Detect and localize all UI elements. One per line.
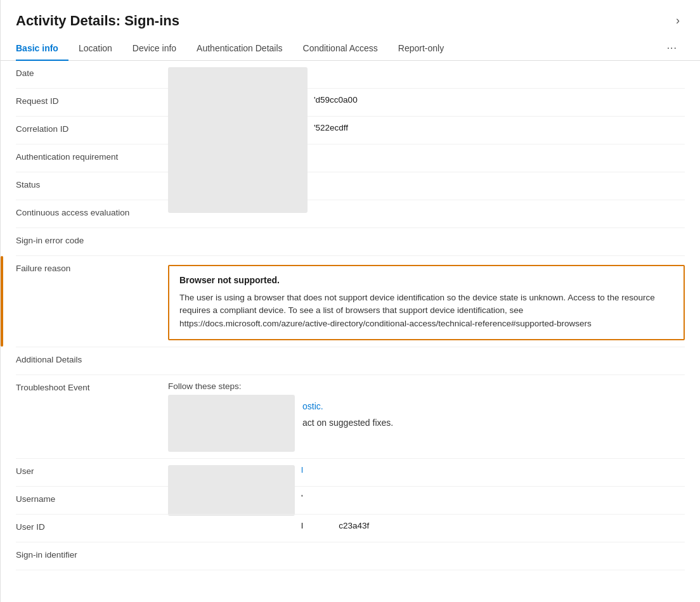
field-auth-req: Authentication requirement — [16, 144, 685, 172]
label-signin-error: Sign-in error code — [16, 234, 168, 245]
panel-header: Activity Details: Sign-ins › — [1, 0, 700, 30]
user-id-suffix: c23a43f — [339, 521, 369, 530]
content-area: Date Request ID 'd59cc0a00 Correlation I… — [1, 61, 700, 586]
label-additional-details: Additional Details — [16, 354, 168, 364]
label-username: Username — [16, 493, 168, 504]
username-text: ' — [301, 493, 303, 503]
field-correlation-id: Correlation ID '522ecdff — [16, 117, 685, 144]
troubleshoot-block: Follow these steps: ostic. act on sugges… — [168, 381, 685, 452]
failure-reason-box: Browser not supported. The user is using… — [168, 265, 685, 340]
activity-details-panel: Activity Details: Sign-ins › Basic info … — [0, 0, 700, 602]
label-user: User — [16, 465, 168, 476]
field-cae: Continuous access evaluation — [16, 200, 685, 228]
tab-basic-info[interactable]: Basic info — [16, 37, 68, 61]
field-signin-error: Sign-in error code — [16, 228, 685, 256]
accent-bar — [1, 256, 3, 347]
troubleshoot-inner: ostic. act on suggested fixes. — [168, 395, 685, 452]
label-correlation-id: Correlation ID — [16, 123, 168, 134]
tab-location[interactable]: Location — [68, 37, 122, 61]
correlation-id-text: '522ecdff — [314, 123, 348, 132]
follow-steps-text: Follow these steps: — [168, 381, 685, 391]
label-request-id: Request ID — [16, 95, 168, 106]
failure-reason-desc: The user is using a browser that does no… — [179, 291, 673, 330]
tab-more-button[interactable]: ··· — [659, 36, 685, 60]
request-id-text: 'd59cc0a00 — [314, 95, 358, 105]
field-username: Username ' — [16, 487, 685, 515]
failure-reason-title: Browser not supported. — [179, 275, 673, 285]
tab-device-info[interactable]: Device info — [122, 37, 186, 61]
value-user: l — [168, 465, 685, 475]
field-user-id: User ID l c23a43f — [16, 515, 685, 542]
tab-bar: Basic info Location Device info Authenti… — [1, 36, 700, 61]
label-auth-req: Authentication requirement — [16, 151, 168, 162]
label-status: Status — [16, 179, 168, 189]
value-user-id: l c23a43f — [168, 521, 685, 530]
field-troubleshoot: Troubleshoot Event Follow these steps: o… — [16, 375, 685, 459]
field-request-id: Request ID 'd59cc0a00 — [16, 89, 685, 117]
field-status: Status — [16, 172, 685, 200]
troubleshoot-redacted — [168, 395, 295, 452]
field-additional-details: Additional Details — [16, 347, 685, 375]
field-failure-reason: Failure reason Browser not supported. Th… — [16, 256, 685, 347]
troubleshoot-step2: act on suggested fixes. — [302, 418, 393, 428]
troubleshoot-steps: ostic. act on suggested fixes. — [302, 395, 393, 428]
field-user: User l — [16, 459, 685, 487]
tab-authentication-details[interactable]: Authentication Details — [186, 37, 292, 61]
value-username: ' — [168, 493, 685, 503]
label-date: Date — [16, 67, 168, 78]
label-failure-reason: Failure reason — [16, 262, 168, 273]
user-id-prefix: l — [301, 521, 303, 530]
panel-title: Activity Details: Sign-ins — [16, 13, 179, 29]
tab-conditional-access[interactable]: Conditional Access — [293, 37, 388, 61]
tab-report-only[interactable]: Report-only — [388, 37, 454, 61]
field-signin-identifier: Sign-in identifier — [16, 542, 685, 570]
label-troubleshoot: Troubleshoot Event — [16, 381, 168, 392]
troubleshoot-step1[interactable]: ostic. — [302, 401, 393, 411]
label-user-id: User ID — [16, 521, 168, 532]
field-date: Date — [16, 61, 685, 89]
close-button[interactable]: › — [671, 11, 685, 30]
label-signin-identifier: Sign-in identifier — [16, 549, 168, 560]
label-cae: Continuous access evaluation — [16, 207, 168, 217]
